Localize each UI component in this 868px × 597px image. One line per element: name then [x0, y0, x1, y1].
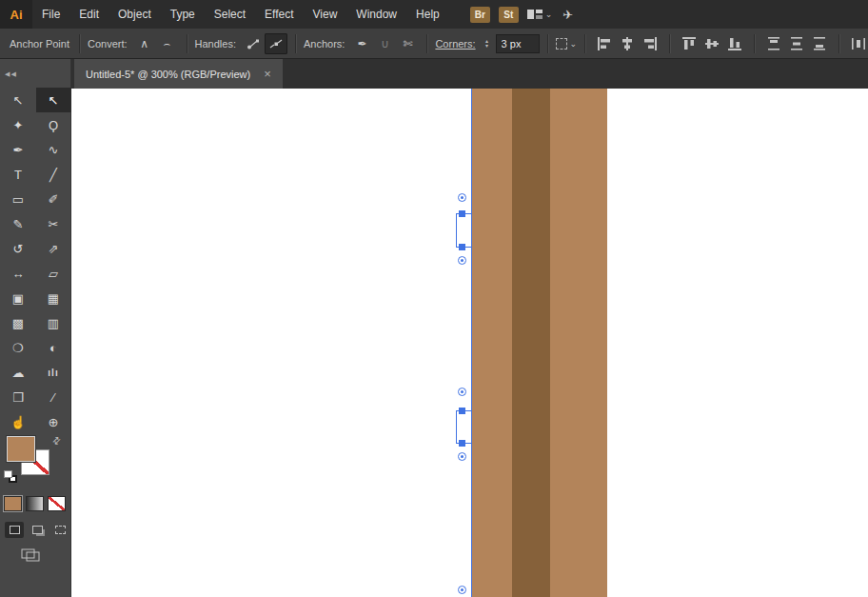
slice-tool-button[interactable]: ∕: [36, 385, 71, 409]
close-icon[interactable]: ×: [264, 68, 271, 80]
zoom-tool-button[interactable]: ⊕: [36, 409, 71, 434]
horizontal-align-left-button[interactable]: [593, 33, 616, 54]
vertical-distribute-center-button[interactable]: [785, 33, 808, 54]
shape-builder-tool-button[interactable]: ▣: [1, 286, 36, 310]
blend-tool-button[interactable]: ◐: [36, 335, 71, 360]
live-corner-widget[interactable]: [458, 256, 466, 265]
divider: [426, 34, 427, 53]
free-transform-tool-button[interactable]: ▱: [36, 261, 71, 286]
lasso-tool-button[interactable]: Ϙ: [36, 112, 71, 137]
vertical-distribute-bottom-button[interactable]: [808, 33, 831, 54]
convert-label: Convert:: [88, 38, 128, 50]
horizontal-align-right-button[interactable]: [639, 33, 661, 54]
collapse-panel-icon[interactable]: ◀◀: [5, 70, 17, 78]
handles-label: Handles:: [195, 38, 236, 50]
artwork-dark-stripe[interactable]: [512, 89, 550, 597]
convert-to-smooth-button[interactable]: ⌢: [156, 33, 179, 54]
vertical-align-top-button[interactable]: [678, 33, 700, 54]
tool-grid: ↖ ↖ ✦ Ϙ ✒ ∿ T ╱ ▭ ✐ ✎ ✂ ↺ ⇗ ↔ ▱ ▣ ▦ ▩ ▥ …: [0, 88, 71, 434]
divider: [669, 34, 670, 53]
draw-normal-button[interactable]: [5, 522, 24, 538]
anchor-point-handle[interactable]: [459, 244, 465, 250]
workspace-switcher[interactable]: ⌄: [527, 9, 553, 20]
shaper-tool-button[interactable]: ✎: [1, 211, 36, 236]
menu-edit[interactable]: Edit: [69, 0, 108, 29]
stepper-down-icon[interactable]: ▾: [485, 44, 488, 49]
anchor-point-handle[interactable]: [459, 408, 465, 414]
menu-type[interactable]: Type: [161, 0, 205, 29]
magic-wand-tool-button[interactable]: ✦: [1, 112, 36, 137]
column-graph-tool-button[interactable]: ılı: [36, 360, 71, 385]
artboard-tool-button[interactable]: ❒: [1, 385, 36, 409]
menu-help[interactable]: Help: [406, 0, 449, 29]
scale-tool-button[interactable]: ⇗: [36, 236, 71, 261]
anchors-label: Anchors:: [304, 38, 345, 50]
document-tab[interactable]: Untitled-5* @ 300% (RGB/Preview) ×: [74, 59, 283, 89]
color-mode-button[interactable]: [4, 496, 22, 511]
curvature-tool-button[interactable]: ∿: [36, 137, 71, 162]
live-corner-widget[interactable]: [458, 452, 466, 461]
selection-tool-button[interactable]: ↖: [1, 88, 36, 112]
bridge-button[interactable]: Br: [470, 7, 490, 23]
eyedropper-tool-button[interactable]: ❍: [1, 335, 36, 360]
menu-select[interactable]: Select: [205, 0, 255, 29]
vertical-align-center-button[interactable]: [700, 33, 723, 54]
anchor-point-handle[interactable]: [459, 210, 465, 217]
tools-panel: ◀◀ ↖ ↖ ✦ Ϙ ✒ ∿ T ╱ ▭ ✐ ✎ ✂ ↺ ⇗ ↔ ▱ ▣ ▦ ▩…: [0, 59, 71, 597]
menu-file[interactable]: File: [32, 0, 69, 29]
gradient-mode-button[interactable]: [26, 496, 44, 511]
horizontal-align-center-button[interactable]: [616, 33, 639, 54]
anchor-point-handle[interactable]: [459, 440, 465, 447]
control-bar: Anchor Point Convert: ∧ ⌢ Handles: Ancho…: [0, 29, 868, 59]
gradient-tool-button[interactable]: ▥: [36, 310, 71, 335]
hand-tool-button[interactable]: ☝: [1, 409, 36, 434]
show-handles-button[interactable]: [242, 33, 265, 54]
menu-effect[interactable]: Effect: [255, 0, 303, 29]
hide-handles-button[interactable]: [265, 33, 287, 54]
paintbrush-tool-button[interactable]: ✐: [36, 187, 71, 211]
divider: [547, 34, 548, 53]
width-tool-button[interactable]: ↔: [1, 261, 36, 286]
corners-link[interactable]: Corners:: [435, 38, 475, 50]
menu-window[interactable]: Window: [346, 0, 406, 29]
line-segment-tool-button[interactable]: ╱: [36, 162, 71, 187]
remove-anchor-points-button[interactable]: ✒: [350, 33, 373, 54]
menu-view[interactable]: View: [304, 0, 347, 29]
scissors-tool-button[interactable]: ✂: [36, 211, 71, 236]
rectangle-tool-button[interactable]: ▭: [1, 187, 36, 211]
fill-color-swatch[interactable]: [7, 436, 35, 462]
distribute-spacing-vertical-button[interactable]: [847, 33, 868, 54]
selected-path-line[interactable]: [471, 89, 472, 597]
none-mode-button[interactable]: [48, 496, 66, 511]
draw-behind-button[interactable]: [28, 522, 47, 538]
selected-path-notch[interactable]: [456, 213, 457, 248]
gpu-performance-icon[interactable]: ✈: [562, 8, 573, 22]
direct-selection-tool-button[interactable]: ↖: [36, 88, 71, 112]
convert-to-corner-button[interactable]: ∧: [133, 33, 156, 54]
change-screen-mode-button[interactable]: [21, 548, 40, 566]
live-corner-widget[interactable]: [458, 193, 466, 202]
default-fill-stroke-icon[interactable]: [4, 470, 21, 486]
swap-fill-stroke-icon[interactable]: ⇄: [49, 434, 63, 448]
mesh-tool-button[interactable]: ▩: [1, 310, 36, 335]
rotate-tool-button[interactable]: ↺: [1, 236, 36, 261]
shape-properties-button[interactable]: ⌄: [556, 38, 578, 50]
corners-input[interactable]: [496, 34, 540, 53]
selected-path-notch[interactable]: [456, 410, 457, 444]
corners-stepper[interactable]: ▴ ▾: [482, 34, 493, 53]
cut-path-button[interactable]: ✄: [396, 33, 419, 54]
vertical-align-bottom-button[interactable]: [723, 33, 746, 54]
live-corner-widget[interactable]: [458, 388, 466, 396]
live-corner-widget[interactable]: [458, 586, 466, 594]
connect-end-points-button[interactable]: ∪: [373, 33, 396, 54]
menu-object[interactable]: Object: [108, 0, 161, 29]
draw-inside-button[interactable]: [50, 522, 69, 538]
perspective-grid-tool-button[interactable]: ▦: [36, 286, 71, 310]
symbol-sprayer-tool-button[interactable]: ☁: [1, 360, 36, 385]
artboard-canvas[interactable]: [71, 89, 868, 597]
pen-tool-button[interactable]: ✒: [1, 137, 36, 162]
vertical-distribute-top-button[interactable]: [762, 33, 785, 54]
stock-button[interactable]: St: [499, 7, 519, 23]
divider: [584, 34, 585, 53]
type-tool-button[interactable]: T: [1, 162, 36, 187]
